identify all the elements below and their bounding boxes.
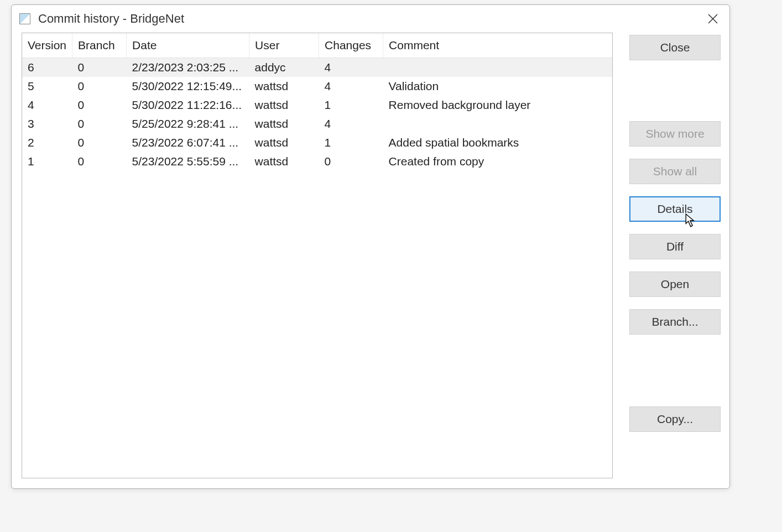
cell-changes: 1 (319, 96, 383, 114)
show-more-button[interactable]: Show more (629, 121, 721, 147)
cell-date: 5/23/2022 6:07:41 ... (127, 133, 249, 152)
titlebar: Commit history - BridgeNet (12, 5, 729, 33)
col-header-comment[interactable]: Comment (383, 33, 612, 58)
close-icon (708, 14, 718, 24)
cell-date: 5/30/2022 12:15:49... (127, 77, 249, 96)
col-header-version[interactable]: Version (22, 33, 72, 58)
cell-comment: Validation (383, 77, 612, 96)
cell-user: wattsd (249, 77, 319, 96)
cell-comment: Added spatial bookmarks (383, 133, 612, 152)
cell-comment (383, 58, 612, 77)
table-row[interactable]: 405/30/2022 11:22:16...wattsd1Removed ba… (22, 96, 612, 114)
cell-version: 3 (22, 114, 72, 133)
cell-comment (383, 114, 612, 133)
col-header-date[interactable]: Date (127, 33, 249, 58)
cell-date: 5/25/2022 9:28:41 ... (127, 114, 249, 133)
cell-changes: 4 (319, 77, 383, 96)
cell-date: 5/23/2022 5:55:59 ... (127, 152, 249, 171)
cell-version: 2 (22, 133, 72, 152)
button-sidebar: Close Show more Show all Details Diff Op… (629, 33, 721, 478)
cell-branch: 0 (72, 96, 127, 114)
cell-version: 4 (22, 96, 72, 114)
dialog-window: Commit history - BridgeNet Version Branc… (11, 4, 730, 489)
cell-branch: 0 (72, 77, 127, 96)
table-row[interactable]: 505/30/2022 12:15:49...wattsd4Validation (22, 77, 612, 96)
cell-changes: 4 (319, 114, 383, 133)
cell-changes: 4 (319, 58, 383, 77)
cell-branch: 0 (72, 133, 127, 152)
cell-branch: 0 (72, 114, 127, 133)
window-title: Commit history - BridgeNet (38, 12, 702, 26)
table-row[interactable]: 105/23/2022 5:55:59 ...wattsd0Created fr… (22, 152, 612, 171)
col-header-user[interactable]: User (249, 33, 319, 58)
commit-table-container: Version Branch Date User Changes Comment… (22, 33, 613, 478)
branch-button[interactable]: Branch... (629, 309, 721, 335)
window-close-button[interactable] (702, 8, 724, 30)
cell-date: 5/30/2022 11:22:16... (127, 96, 249, 114)
cell-user: wattsd (249, 96, 319, 114)
cell-changes: 1 (319, 133, 383, 152)
cell-user: wattsd (249, 133, 319, 152)
table-header-row: Version Branch Date User Changes Comment (22, 33, 612, 58)
cell-version: 1 (22, 152, 72, 171)
cell-user: wattsd (249, 114, 319, 133)
cell-date: 2/23/2023 2:03:25 ... (127, 58, 249, 77)
cell-branch: 0 (72, 152, 127, 171)
table-row[interactable]: 205/23/2022 6:07:41 ...wattsd1Added spat… (22, 133, 612, 152)
col-header-branch[interactable]: Branch (72, 33, 127, 58)
cell-user: addyc (249, 58, 319, 77)
open-button[interactable]: Open (629, 272, 721, 297)
cell-version: 6 (22, 58, 72, 77)
show-all-button[interactable]: Show all (629, 159, 721, 184)
app-icon (19, 13, 30, 24)
close-button[interactable]: Close (629, 35, 721, 60)
cell-comment: Created from copy (383, 152, 612, 171)
copy-button[interactable]: Copy... (629, 406, 721, 432)
col-header-changes[interactable]: Changes (319, 33, 383, 58)
dialog-body: Version Branch Date User Changes Comment… (12, 33, 729, 488)
commit-table[interactable]: Version Branch Date User Changes Comment… (22, 33, 612, 171)
cell-changes: 0 (319, 152, 383, 171)
details-button[interactable]: Details (629, 196, 721, 222)
table-row[interactable]: 305/25/2022 9:28:41 ...wattsd4 (22, 114, 612, 133)
cell-user: wattsd (249, 152, 319, 171)
cell-comment: Removed background layer (383, 96, 612, 114)
table-row[interactable]: 602/23/2023 2:03:25 ...addyc4 (22, 58, 612, 77)
diff-button[interactable]: Diff (629, 234, 721, 259)
cell-version: 5 (22, 77, 72, 96)
cell-branch: 0 (72, 58, 127, 77)
